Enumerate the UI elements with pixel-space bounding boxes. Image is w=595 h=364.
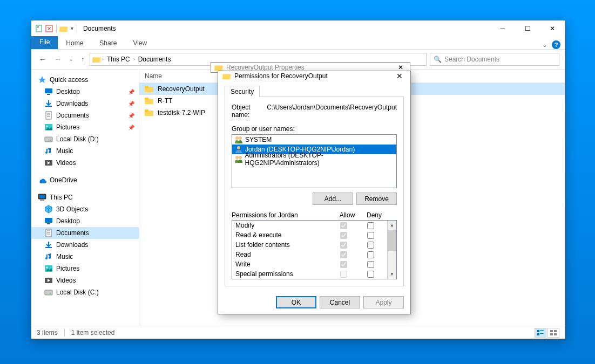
scroll-thumb[interactable]: [388, 230, 396, 251]
status-bar: 3 items 1 item selected: [31, 326, 565, 339]
status-selection: 1 item selected: [71, 329, 115, 336]
deny-checkbox[interactable]: [367, 261, 374, 268]
permission-row: Modify: [232, 221, 387, 230]
svg-rect-29: [554, 330, 557, 332]
qat-new-folder-icon[interactable]: [44, 24, 54, 33]
titlebar[interactable]: ▼ Documents ─ ☐ ✕: [31, 20, 565, 37]
maximize-button[interactable]: ☐: [515, 20, 540, 37]
nav-item-local-disk-d-[interactable]: Local Disk (D:): [31, 133, 139, 145]
pin-icon: 📌: [128, 89, 134, 95]
permissions-dialog: Permissions for RecoveryOutput ✕ Securit…: [218, 71, 411, 314]
nav-item-pictures[interactable]: Pictures: [31, 263, 139, 274]
tab-view[interactable]: View: [125, 37, 155, 49]
nav-item-music[interactable]: Music: [31, 145, 139, 157]
scroll-up-button[interactable]: ▲: [388, 221, 396, 230]
group-user-label: Group or user names:: [232, 125, 397, 133]
nav-forward-button[interactable]: →: [52, 55, 64, 64]
user-icon: [234, 145, 243, 154]
nav-onedrive[interactable]: OneDrive: [31, 174, 139, 186]
user-list[interactable]: SYSTEMJordan (DESKTOP-HQG2NIP\Jordan)Adm…: [232, 134, 397, 188]
nav-pane[interactable]: Quick access Desktop📌Downloads📌Documents…: [31, 70, 139, 326]
tab-share[interactable]: Share: [91, 37, 125, 49]
permissions-list[interactable]: ModifyRead & executeList folder contents…: [232, 221, 387, 279]
cancel-button[interactable]: Cancel: [320, 296, 360, 308]
pin-icon: 📌: [128, 113, 134, 119]
properties-title: RecoveryOutput Properties: [226, 64, 305, 71]
nav-back-button[interactable]: ←: [37, 55, 49, 64]
deny-checkbox[interactable]: [367, 232, 374, 239]
remove-button[interactable]: Remove: [356, 193, 397, 205]
allow-checkbox[interactable]: [340, 251, 347, 258]
tab-file[interactable]: File: [31, 36, 58, 49]
breadcrumb[interactable]: This PC: [105, 56, 132, 63]
breadcrumb[interactable]: Documents: [136, 56, 173, 63]
nav-item-videos[interactable]: Videos: [31, 274, 139, 286]
tab-home[interactable]: Home: [58, 37, 91, 49]
allow-checkbox[interactable]: [340, 222, 347, 229]
svg-rect-21: [36, 25, 42, 32]
dialog-titlebar[interactable]: Permissions for RecoveryOutput ✕: [218, 71, 410, 81]
deny-checkbox[interactable]: [367, 251, 374, 258]
ok-button[interactable]: OK: [276, 296, 316, 308]
qat-dropdown-icon[interactable]: ▼: [70, 26, 75, 31]
user-icon: [234, 135, 243, 144]
nav-item-pictures[interactable]: Pictures📌: [31, 121, 139, 133]
search-icon: 🔍: [434, 56, 442, 63]
add-button[interactable]: Add...: [313, 193, 353, 205]
nav-item-documents[interactable]: Documents: [31, 227, 139, 239]
permission-row: Write: [232, 259, 387, 269]
nav-item-downloads[interactable]: Downloads: [31, 239, 139, 251]
deny-checkbox[interactable]: [367, 271, 374, 278]
nav-item-videos[interactable]: Videos: [31, 157, 139, 169]
object-name-label: Object name:: [232, 104, 256, 119]
scrollbar[interactable]: ▲ ▼: [387, 221, 396, 279]
allow-checkbox[interactable]: [340, 242, 347, 249]
nav-item-desktop[interactable]: Desktop: [31, 215, 139, 227]
view-large-button[interactable]: [547, 328, 559, 338]
search-input[interactable]: 🔍 Search Documents: [430, 53, 559, 66]
close-icon[interactable]: ✕: [395, 64, 407, 71]
permission-row: Special permissions: [232, 269, 387, 279]
svg-rect-31: [554, 333, 557, 335]
3d-icon: [44, 205, 53, 214]
folder-icon: [145, 85, 153, 93]
nav-recent-dropdown[interactable]: ⌄: [67, 57, 76, 62]
allow-checkbox[interactable]: [340, 271, 347, 278]
nav-item-documents[interactable]: Documents📌: [31, 109, 139, 121]
nav-this-pc[interactable]: This PC: [31, 191, 139, 203]
user-row[interactable]: SYSTEM: [232, 135, 396, 145]
nav-item-local-disk-c-[interactable]: Local Disk (C:): [31, 286, 139, 298]
view-details-button[interactable]: [535, 328, 546, 338]
pictures-icon: [44, 264, 53, 273]
nav-item-downloads[interactable]: Downloads📌: [31, 98, 139, 109]
desktop-icon: [44, 87, 53, 96]
user-row[interactable]: Administrators (DESKTOP-HQG2NIP\Administ…: [232, 154, 396, 164]
svg-rect-28: [550, 330, 553, 332]
disk-icon: [44, 288, 53, 297]
user-icon: [234, 155, 243, 163]
ribbon-expand-icon[interactable]: ⌄: [542, 41, 547, 49]
nav-item-3d-objects[interactable]: 3D Objects: [31, 203, 139, 215]
qat-properties-icon[interactable]: [34, 24, 44, 33]
tab-panel: Object name: C:\Users\Jordan\Documents\R…: [225, 97, 404, 286]
nav-item-music[interactable]: Music: [31, 251, 139, 263]
nav-up-button[interactable]: ↑: [79, 56, 86, 63]
allow-checkbox[interactable]: [340, 232, 347, 239]
permissions-for-label: Permissions for Jordan: [232, 211, 334, 219]
apply-button[interactable]: Apply: [363, 296, 404, 308]
folder-icon: [92, 55, 101, 64]
nav-item-desktop[interactable]: Desktop📌: [31, 86, 139, 98]
minimize-button[interactable]: ─: [490, 20, 515, 37]
deny-checkbox[interactable]: [367, 222, 374, 229]
dialog-title: Permissions for RecoveryOutput: [234, 72, 328, 80]
close-icon[interactable]: ✕: [393, 72, 406, 80]
scroll-down-button[interactable]: ▼: [388, 270, 396, 279]
close-button[interactable]: ✕: [540, 20, 565, 37]
svg-rect-26: [537, 333, 539, 335]
allow-checkbox[interactable]: [340, 261, 347, 268]
folder-icon: [222, 72, 231, 80]
deny-checkbox[interactable]: [367, 242, 374, 249]
tab-security[interactable]: Security: [225, 86, 260, 97]
nav-quick-access[interactable]: Quick access: [31, 74, 139, 86]
help-icon[interactable]: ?: [552, 40, 560, 49]
